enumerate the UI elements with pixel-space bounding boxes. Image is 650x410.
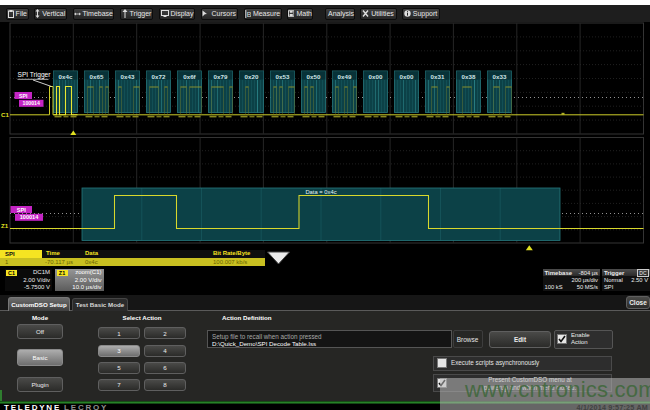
svg-text:Z1: Z1 (1, 222, 9, 229)
svg-text:Data = 0x4c: Data = 0x4c (305, 189, 336, 195)
svg-text:SPI: SPI (17, 207, 26, 213)
svg-text:0x72: 0x72 (152, 73, 166, 80)
svg-text:C1: C1 (1, 111, 9, 118)
svg-text:0x43: 0x43 (121, 73, 135, 80)
svg-text:0x4c: 0x4c (59, 73, 73, 80)
svg-text:0x20: 0x20 (245, 73, 259, 80)
svg-text:0x53: 0x53 (276, 73, 290, 80)
svg-text:0x6f: 0x6f (183, 73, 196, 80)
svg-text:0x00: 0x00 (369, 73, 383, 80)
svg-text:0x00: 0x00 (400, 73, 414, 80)
svg-text:SPI Trigger: SPI Trigger (18, 71, 52, 79)
svg-text:0x79: 0x79 (214, 73, 228, 80)
svg-text:SPI: SPI (19, 93, 28, 99)
svg-text:100014: 100014 (20, 214, 40, 220)
svg-text:0x33: 0x33 (493, 73, 507, 80)
svg-text:100014: 100014 (23, 100, 40, 106)
svg-text:0x50: 0x50 (307, 73, 321, 80)
svg-text:0x65: 0x65 (90, 73, 104, 80)
svg-text:0x38: 0x38 (462, 73, 476, 80)
svg-text:0x31: 0x31 (431, 73, 445, 80)
svg-text:B: B (247, 10, 251, 17)
svg-text:0x49: 0x49 (338, 73, 352, 80)
